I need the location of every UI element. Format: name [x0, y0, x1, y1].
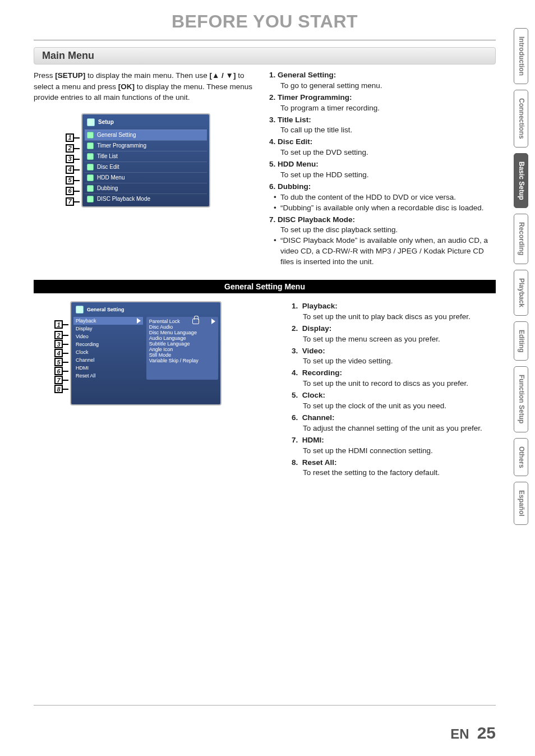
intro-text: Press [SETUP] to display the main menu. …: [34, 70, 258, 103]
row-icon: [87, 185, 94, 192]
gs-osd-title: General Setting: [87, 307, 124, 312]
side-tab-español[interactable]: Español: [514, 482, 528, 525]
footer-lang: EN: [450, 726, 469, 742]
list-item: 7. DISC Playback Mode:To set up the disc…: [269, 215, 496, 268]
gs-right-item: Disc Audio: [149, 324, 215, 330]
list-item: 2. Display:To set up the menu screen as …: [292, 324, 496, 345]
row-icon: [87, 153, 94, 160]
list-item: 8. Reset All:To reset the setting to the…: [292, 458, 496, 479]
gs-icon: [76, 306, 84, 314]
side-tab-others[interactable]: Others: [514, 438, 528, 477]
footer-divider: [34, 705, 496, 706]
osd-row-label: Dubbing: [97, 185, 118, 191]
gs-left-item: Reset All: [76, 373, 96, 379]
gs-right-item: Parental Lock: [149, 319, 180, 324]
gs-right-item: Angle Icon: [149, 347, 215, 352]
gs-right-item: Audio Language: [149, 335, 215, 341]
side-tabs: IntroductionConnectionsBasic SetupRecord…: [514, 28, 528, 525]
general-setting-header: General Setting Menu: [34, 280, 496, 293]
callout-numbers-setup: 1 2 3 4 5 6 7: [66, 133, 74, 207]
list-item: 3. Title List:To call up the title list.: [269, 115, 496, 136]
general-setting-osd-panel: General Setting Playback Display Video R…: [70, 301, 222, 405]
divider: [34, 40, 496, 40]
side-tab-connections[interactable]: Connections: [514, 90, 528, 147]
row-icon: [87, 142, 94, 149]
side-tab-introduction[interactable]: Introduction: [514, 28, 528, 84]
gs-left-item: Channel: [76, 357, 95, 363]
footer-page-number: 25: [477, 723, 496, 743]
osd-row-label: Title List: [97, 153, 118, 159]
callout-numbers-gs: 1 2 3 4 5 6 7 8: [54, 320, 63, 393]
setup-icon: [87, 118, 95, 126]
general-setting-list: 1. Playback:To set up the unit to play b…: [292, 301, 496, 478]
gs-right-item: Disc Menu Language: [149, 330, 215, 335]
main-menu-list: 1. General Setting:To go to general sett…: [269, 70, 496, 268]
setup-osd-panel: Setup General Setting Timer Programming …: [81, 113, 210, 208]
row-icon: [87, 164, 94, 170]
osd-row-label: Disc Edit: [97, 164, 119, 170]
gs-right-item: Subtitle Language: [149, 341, 215, 347]
gs-left-item: Clock: [76, 349, 89, 355]
list-item: 6. Channel:To adjust the channel setting…: [292, 413, 496, 434]
gs-left-item: Recording: [76, 342, 99, 347]
list-item: 4. Recording:To set up the unit to recor…: [292, 368, 496, 389]
gs-left-item: Display: [76, 326, 93, 331]
gs-right-item: Variable Skip / Replay: [149, 358, 215, 363]
list-item: 2. Timer Programming:To program a timer …: [269, 93, 496, 114]
lock-icon: [192, 319, 199, 324]
list-item: 1. Playback:To set up the unit to play b…: [292, 301, 496, 322]
osd-row-label: DISC Playback Mode: [97, 196, 150, 202]
list-item: 5. HDD Menu:To set up the HDD setting.: [269, 159, 496, 181]
osd-row-label: General Setting: [97, 132, 136, 138]
gs-left-item: HDMI: [76, 365, 89, 371]
section-main-menu: Main Menu: [34, 47, 496, 64]
gs-left-item: Video: [76, 334, 89, 339]
list-item: 7. HDMI:To set up the HDMI connection se…: [292, 435, 496, 457]
list-item: 6. Dubbing:To dub the content of the HDD…: [269, 182, 496, 214]
gs-right-item: Still Mode: [149, 352, 215, 358]
arrow-right-icon: [137, 318, 141, 324]
side-tab-function-setup[interactable]: Function Setup: [514, 366, 528, 432]
side-tab-recording[interactable]: Recording: [514, 214, 528, 264]
page-title: BEFORE YOU START: [34, 11, 496, 32]
arrow-right-icon: [211, 319, 215, 324]
list-item: 3. Video:To set up the video setting.: [292, 346, 496, 367]
row-icon: [87, 174, 94, 181]
list-item: 1. General Setting:To go to general sett…: [269, 70, 496, 91]
osd-row-label: Timer Programming: [97, 142, 146, 149]
side-tab-playback[interactable]: Playback: [514, 270, 528, 316]
side-tab-editing[interactable]: Editing: [514, 321, 528, 361]
row-icon: [87, 132, 94, 139]
setup-osd-title: Setup: [98, 119, 114, 125]
list-item: 4. Disc Edit:To set up the DVD setting.: [269, 137, 496, 158]
row-icon: [87, 196, 94, 202]
osd-row-label: HDD Menu: [97, 174, 124, 181]
side-tab-basic-setup[interactable]: Basic Setup: [514, 153, 528, 209]
list-item: 5. Clock:To set up the clock of the unit…: [292, 390, 496, 412]
gs-left-item: Playback: [76, 318, 96, 324]
